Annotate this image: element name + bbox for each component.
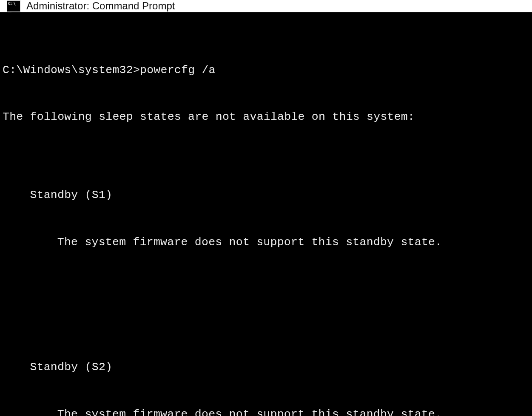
output-header: The following sleep states are not avail… bbox=[3, 109, 529, 125]
prompt-line: C:\Windows\system32>powercfg /a bbox=[3, 62, 529, 78]
command: powercfg /a bbox=[140, 64, 216, 76]
blank-line bbox=[3, 281, 529, 297]
command-prompt-window: Administrator: Command Prompt C:\Windows… bbox=[0, 0, 532, 416]
window-title: Administrator: Command Prompt bbox=[26, 0, 175, 12]
state-name: Standby (S2) bbox=[3, 359, 529, 375]
cmd-icon bbox=[7, 0, 20, 12]
state-reason: The system firmware does not support thi… bbox=[3, 235, 529, 250]
prompt: C:\Windows\system32> bbox=[3, 64, 140, 76]
state-reason: The system firmware does not support thi… bbox=[3, 407, 529, 416]
titlebar[interactable]: Administrator: Command Prompt bbox=[0, 0, 532, 12]
state-name: Standby (S1) bbox=[3, 187, 529, 203]
terminal-area[interactable]: C:\Windows\system32>powercfg /a The foll… bbox=[0, 12, 532, 416]
